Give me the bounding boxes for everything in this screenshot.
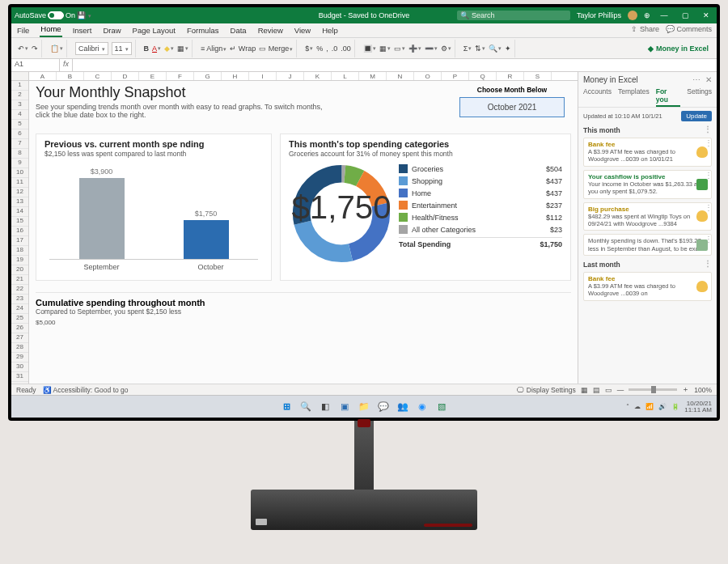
insert-cells[interactable]: ➕ xyxy=(408,45,421,53)
fill-color-button[interactable]: ◆ xyxy=(164,45,174,53)
increase-decimal[interactable]: .00 xyxy=(341,45,351,53)
user-name[interactable]: Taylor Phillips xyxy=(577,11,621,19)
redo-button[interactable]: ↷ xyxy=(32,45,38,53)
chat-icon[interactable]: 💬 xyxy=(376,400,391,414)
align-menu[interactable]: ≡ Align xyxy=(201,45,226,53)
tray-volume-icon[interactable]: 🔊 xyxy=(658,403,667,410)
view-pagelayout-icon[interactable]: ▤ xyxy=(593,386,600,394)
tab-file[interactable]: File xyxy=(16,25,30,37)
start-button[interactable]: ⊞ xyxy=(279,400,294,414)
qat-more[interactable] xyxy=(87,11,91,19)
autosave-toggle[interactable]: AutoSave On 💾 xyxy=(15,11,91,19)
fx-icon[interactable]: fx xyxy=(60,59,73,71)
column-header[interactable]: Q xyxy=(469,72,497,80)
column-header[interactable]: A xyxy=(29,72,57,80)
more-icon[interactable]: ⋮ xyxy=(704,126,712,134)
tab-draw[interactable]: Draw xyxy=(102,25,121,37)
find-select[interactable]: 🔍 xyxy=(489,45,502,53)
tray-onedrive-icon[interactable]: ☁ xyxy=(634,403,641,410)
save-icon[interactable]: 💾 xyxy=(77,11,86,19)
tab-view[interactable]: View xyxy=(294,25,311,37)
grid-body[interactable]: 1234567891011121314151617181920212223242… xyxy=(11,81,578,384)
update-button[interactable]: Update xyxy=(681,111,712,121)
borders-button[interactable]: ▦ xyxy=(177,45,188,53)
analyze-data[interactable]: ✦ xyxy=(505,45,511,53)
column-header[interactable]: M xyxy=(359,72,387,80)
sort-filter[interactable]: ⇅ xyxy=(475,45,485,53)
font-size-select[interactable]: 11 xyxy=(112,42,132,55)
merge-button[interactable]: ▭ Merge xyxy=(259,45,293,53)
tab-review[interactable]: Review xyxy=(257,25,284,37)
sidepane-close-icon[interactable]: ✕ xyxy=(705,75,712,84)
ribbon-mode-icon[interactable]: ⊕ xyxy=(644,11,650,19)
taskbar-search-icon[interactable]: 🔍 xyxy=(298,400,313,414)
money-in-excel-button[interactable]: ◆ Money in Excel xyxy=(648,45,713,53)
number-format-comma[interactable]: , xyxy=(326,45,328,53)
view-normal-icon[interactable]: ▦ xyxy=(581,386,588,394)
column-header[interactable]: N xyxy=(387,72,414,80)
column-header[interactable]: F xyxy=(167,72,194,80)
tab-help[interactable]: Help xyxy=(321,25,339,37)
column-header[interactable]: E xyxy=(139,72,167,80)
share-button[interactable]: ⇪ Share xyxy=(631,25,659,33)
zoom-slider[interactable] xyxy=(629,388,677,391)
autosum-button[interactable]: Σ xyxy=(463,45,472,53)
display-settings[interactable]: 🖵 Display Settings xyxy=(517,386,575,394)
system-clock[interactable]: 10/20/2111:11 AM xyxy=(684,401,712,413)
view-pagebreak-icon[interactable]: ▭ xyxy=(605,386,612,394)
notification-card[interactable]: Bank fee A $3.99 ATM fee was charged to … xyxy=(583,272,712,301)
column-header[interactable]: R xyxy=(497,72,524,80)
notification-card[interactable]: Bank feeA $3.99 ATM fee was charged to W… xyxy=(583,138,712,167)
tab-home[interactable]: Home xyxy=(40,23,61,37)
month-selected[interactable]: October 2021 xyxy=(459,97,565,117)
sidepane-tab-templates[interactable]: Templates xyxy=(618,87,650,107)
excel-icon[interactable]: ▧ xyxy=(434,400,449,414)
close-button[interactable]: ✕ xyxy=(699,11,713,19)
tab-page-layout[interactable]: Page Layout xyxy=(132,25,176,37)
font-color-button[interactable]: A xyxy=(152,45,161,53)
formula-input[interactable] xyxy=(73,59,717,71)
comments-button[interactable]: 💬 Comments xyxy=(666,25,712,33)
format-as-table[interactable]: ▦ xyxy=(379,45,391,53)
search-box[interactable]: 🔍 Search xyxy=(457,11,570,20)
notification-card[interactable]: Your cashflow is positiveYour income in … xyxy=(583,170,712,199)
zoom-level[interactable]: 100% xyxy=(694,386,712,394)
wrap-text-button[interactable]: ↵ Wrap xyxy=(230,45,256,53)
format-cells[interactable]: ⚙ xyxy=(441,45,451,53)
edge-icon[interactable]: ◉ xyxy=(415,400,430,414)
number-format-currency[interactable]: $ xyxy=(305,45,313,53)
column-header[interactable]: D xyxy=(112,72,139,80)
column-header[interactable]: J xyxy=(277,72,304,80)
toggle-icon[interactable] xyxy=(48,11,64,19)
bold-button[interactable]: B xyxy=(144,45,150,53)
tab-insert[interactable]: Insert xyxy=(72,25,93,37)
teams-icon[interactable]: 👥 xyxy=(396,400,410,414)
delete-cells[interactable]: ➖ xyxy=(425,45,438,53)
column-header[interactable]: H xyxy=(222,72,249,80)
sidepane-tab-for-you[interactable]: For you xyxy=(656,87,681,107)
tab-formulas[interactable]: Formulas xyxy=(186,25,220,37)
name-box[interactable]: A1 xyxy=(11,59,60,71)
column-header[interactable]: G xyxy=(194,72,222,80)
column-header[interactable]: L xyxy=(332,72,359,80)
tray-chevron-icon[interactable]: ˄ xyxy=(626,403,629,410)
conditional-formatting[interactable]: 🔳 xyxy=(363,45,376,53)
notification-card[interactable]: Monthly spending is down. That's $193.27… xyxy=(583,234,712,256)
accessibility-status[interactable]: ♿ Accessibility: Good to go xyxy=(43,386,129,394)
tab-data[interactable]: Data xyxy=(230,25,248,37)
paste-button[interactable]: 📋 xyxy=(50,45,63,53)
explorer-icon[interactable]: 📁 xyxy=(357,400,371,414)
sidepane-tab-accounts[interactable]: Accounts xyxy=(583,87,612,107)
column-header[interactable]: B xyxy=(57,72,84,80)
tray-battery-icon[interactable]: 🔋 xyxy=(671,403,679,410)
column-header[interactable]: O xyxy=(414,72,442,80)
tray-wifi-icon[interactable]: 📶 xyxy=(645,403,654,410)
decrease-decimal[interactable]: .0 xyxy=(332,45,338,53)
number-format-percent[interactable]: % xyxy=(316,45,323,53)
maximize-button[interactable]: ▢ xyxy=(678,11,692,19)
undo-button[interactable]: ↶ xyxy=(18,45,28,53)
widgets-icon[interactable]: ▣ xyxy=(337,400,352,414)
select-all-corner[interactable] xyxy=(11,72,29,80)
minimize-button[interactable]: — xyxy=(657,11,671,19)
font-name-select[interactable]: Calibri xyxy=(75,42,108,55)
